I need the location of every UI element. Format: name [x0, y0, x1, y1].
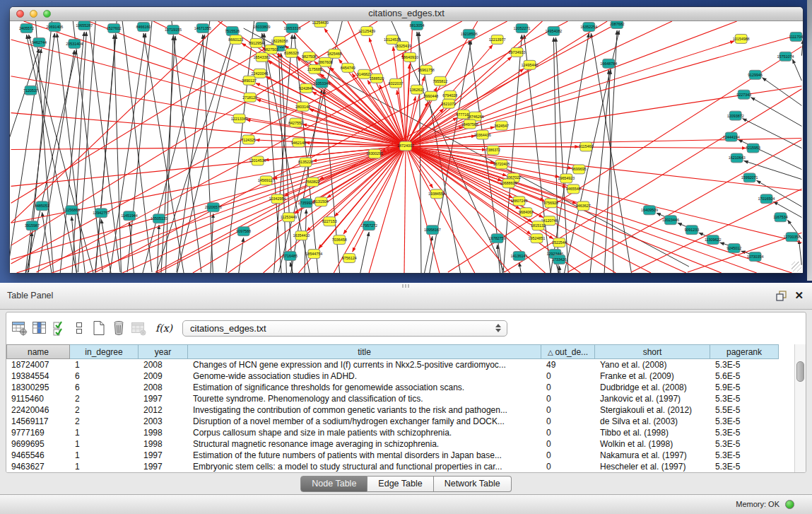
graph-node[interactable]: 1588520 [370, 74, 384, 83]
graph-node[interactable]: 20206576 [205, 203, 222, 212]
window-titlebar[interactable]: citations_edges.txt [10, 7, 803, 21]
network-selector[interactable]: citations_edges.txt [182, 320, 507, 337]
tab-node-table[interactable]: Node Table [300, 476, 367, 492]
graph-node[interactable]: 1111704 [789, 32, 803, 41]
graph-node[interactable]: 9462148 [291, 138, 306, 147]
graph-node[interactable]: 9097588 [236, 227, 251, 236]
graph-node[interactable]: 7386372 [486, 146, 500, 155]
graph-node[interactable]: 17016504 [758, 194, 775, 204]
graph-node[interactable]: 8813054 [409, 21, 424, 30]
graph-node[interactable]: 8427552 [288, 118, 303, 127]
column-header-out_degree[interactable]: △ out_de... [541, 344, 595, 359]
graph-node[interactable]: 3915987 [25, 221, 40, 230]
graph-node[interactable]: 8215953 [746, 144, 760, 153]
graph-node[interactable]: 11451944 [121, 211, 138, 221]
graph-node[interactable]: 10688609 [500, 179, 517, 188]
graph-node[interactable]: 16210643 [729, 153, 746, 163]
graph-node[interactable]: 20364436 [474, 130, 491, 139]
window-close-button[interactable] [16, 10, 24, 18]
table-row[interactable]: 946554611997Estimation of the future num… [6, 450, 795, 461]
table-row[interactable]: 1872400712008Changes of HCN gene express… [6, 359, 795, 370]
graph-node[interactable]: 12213977 [489, 35, 506, 44]
tab-network-table[interactable]: Network Table [434, 476, 512, 492]
graph-node[interactable]: 11156869 [64, 206, 80, 215]
graph-node[interactable]: 14671355 [194, 23, 211, 33]
graph-node[interactable]: 2087682 [610, 21, 625, 28]
graph-node[interactable]: 12213349 [231, 114, 248, 123]
graph-node[interactable]: 19654923 [558, 174, 575, 183]
graph-node[interactable]: 18544754 [305, 250, 322, 259]
graph-node[interactable]: 8454749 [341, 63, 355, 72]
graph-node[interactable]: 12495440 [522, 60, 539, 69]
graph-node[interactable]: 16354410 [293, 231, 310, 240]
graph-node[interactable]: 7663822 [305, 177, 320, 187]
graph-node[interactable]: 11309622 [705, 235, 722, 245]
import-table-button[interactable] [130, 320, 147, 337]
graph-node[interactable]: 12023446 [662, 216, 679, 225]
graph-node[interactable]: 20531404 [66, 39, 83, 48]
select-rows-button[interactable] [51, 320, 68, 337]
graph-node[interactable]: 9699695 [572, 165, 587, 174]
graph-node[interactable]: 1733426 [552, 255, 567, 264]
graph-node[interactable]: 9091233 [684, 226, 699, 235]
table-row[interactable]: 969969511998Structural magnetic resonanc… [6, 438, 795, 450]
graph-node[interactable]: 16648784 [600, 59, 617, 68]
graph-node[interactable]: 16352254 [580, 22, 597, 31]
graph-node[interactable]: 10730354 [747, 252, 764, 262]
graph-node[interactable]: 20691406 [46, 22, 63, 31]
graph-node[interactable]: 8227153 [322, 217, 337, 226]
graph-node[interactable]: 1825466 [327, 49, 342, 58]
graph-node[interactable]: 10342954 [269, 194, 286, 204]
graph-node[interactable]: 18300295 [366, 149, 383, 158]
graph-node[interactable]: 9756124 [342, 254, 357, 263]
graph-node[interactable]: 11254439 [312, 21, 329, 27]
graph-node[interactable]: 12093872 [727, 111, 744, 120]
table-row[interactable]: 1830029562008Estimation of significance … [6, 382, 795, 393]
graph-node[interactable]: 10653319 [283, 23, 300, 33]
graph-node[interactable]: 2718120 [242, 93, 257, 102]
graph-node[interactable]: 1527602 [107, 23, 122, 33]
graph-node[interactable]: 12444194 [723, 132, 740, 141]
graph-node[interactable]: 18807249 [511, 197, 528, 206]
graph-node[interactable]: 12125439 [358, 26, 375, 35]
graph-node[interactable]: 2803144 [295, 102, 310, 111]
graph-node[interactable]: 2522544 [552, 238, 567, 247]
float-panel-icon[interactable] [776, 291, 787, 301]
column-header-pagerank[interactable]: pagerank [710, 344, 779, 359]
graph-node[interactable]: 14569117 [258, 176, 275, 185]
graph-node[interactable]: 9462744 [32, 37, 47, 47]
graph-node[interactable]: 5716485 [283, 252, 298, 261]
graph-node[interactable]: 13505135 [151, 214, 167, 223]
table-row[interactable]: 977716911998Corpus callosum shape and si… [6, 427, 795, 438]
panel-resize-handle[interactable] [402, 284, 411, 288]
graph-node[interactable]: 7515526 [225, 26, 240, 35]
graph-node[interactable]: 1362615 [409, 85, 424, 94]
graph-node[interactable]: 19384554 [428, 189, 445, 199]
graph-node[interactable]: 9131504 [314, 197, 329, 206]
graph-node[interactable]: 17957272 [360, 221, 377, 230]
graph-node[interactable]: 18640910 [401, 52, 418, 62]
graph-node[interactable]: 8135228 [298, 158, 313, 167]
graph-node[interactable]: 18325419 [394, 41, 411, 50]
new-table-button[interactable] [90, 320, 107, 337]
column-header-in_degree[interactable]: in_degree [70, 344, 139, 359]
graph-node[interactable]: 7120537 [23, 86, 38, 95]
hub-node[interactable]: 18724007 [397, 141, 414, 151]
table-row[interactable]: 2242004622012Investigating the contribut… [6, 404, 795, 416]
column-visibility-button[interactable] [31, 320, 48, 337]
graph-node[interactable]: 12700358 [784, 233, 801, 242]
close-panel-icon[interactable]: ✕ [794, 288, 804, 303]
scrollbar-thumb[interactable] [796, 361, 804, 382]
graph-node[interactable]: 19218506 [461, 29, 478, 38]
graph-node[interactable]: 7036458 [332, 235, 347, 245]
graph-node[interactable]: 9245012 [726, 244, 741, 253]
graph-node[interactable]: 9115460 [579, 142, 594, 151]
table-row[interactable]: 911546021997Tourette syndrome. Phenomeno… [6, 393, 795, 404]
graph-node[interactable]: 15992071 [741, 173, 758, 182]
delete-table-button[interactable] [110, 320, 127, 337]
window-resize-grip[interactable] [792, 262, 801, 271]
graph-node[interactable]: 9242848 [299, 83, 314, 93]
graph-node[interactable]: 8485051 [35, 201, 49, 211]
row-height-button[interactable] [71, 320, 88, 337]
graph-node[interactable]: 16961758 [418, 65, 435, 74]
